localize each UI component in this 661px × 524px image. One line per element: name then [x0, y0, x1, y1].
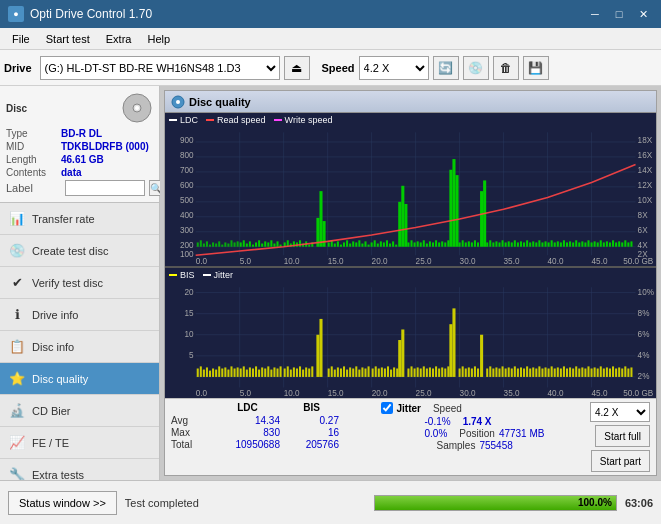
erase-button[interactable]: 🗑: [493, 56, 519, 80]
avg-jitter: -0.1%: [425, 416, 451, 427]
svg-rect-294: [435, 366, 437, 377]
minimize-button[interactable]: ─: [585, 6, 605, 22]
drive-select[interactable]: (G:) HL-DT-ST BD-RE WH16NS48 1.D3: [40, 56, 280, 80]
svg-rect-269: [349, 367, 351, 376]
save-button[interactable]: 💾: [523, 56, 549, 80]
svg-rect-59: [252, 245, 254, 247]
svg-rect-267: [343, 366, 345, 377]
svg-rect-323: [538, 366, 540, 377]
svg-rect-240: [246, 370, 248, 377]
svg-rect-288: [417, 367, 419, 376]
svg-rect-228: [230, 366, 232, 377]
refresh-button[interactable]: 🔄: [433, 56, 459, 80]
svg-text:40.0: 40.0: [548, 388, 564, 398]
drive-label: Drive: [4, 62, 32, 74]
svg-rect-170: [597, 242, 599, 246]
svg-rect-351: [624, 366, 626, 377]
sidebar-item-verify-test-disc[interactable]: ✔ Verify test disc: [0, 267, 159, 299]
svg-rect-139: [502, 240, 504, 246]
sidebar-nav: 📊 Transfer rate 💿 Create test disc ✔ Ver…: [0, 203, 159, 480]
svg-text:15.0: 15.0: [328, 256, 344, 266]
svg-rect-270: [352, 368, 354, 376]
svg-rect-338: [584, 368, 586, 376]
svg-rect-177: [618, 241, 620, 246]
svg-rect-324: [541, 368, 543, 376]
speed-select-toolbar[interactable]: 4.2 X: [359, 56, 429, 80]
svg-text:800: 800: [180, 150, 194, 160]
svg-text:2%: 2%: [638, 371, 650, 381]
fe-te-icon: 📈: [8, 434, 26, 452]
svg-rect-239: [243, 366, 245, 377]
svg-rect-336: [578, 368, 580, 376]
svg-rect-235: [449, 324, 452, 377]
svg-rect-237: [480, 335, 483, 377]
close-button[interactable]: ✕: [633, 6, 653, 22]
svg-rect-257: [299, 366, 301, 377]
svg-point-2: [135, 106, 139, 110]
avg-label: Avg: [171, 415, 211, 426]
status-window-button[interactable]: Status window >>: [8, 491, 117, 515]
sidebar-item-cd-bier[interactable]: 🔬 CD Bier: [0, 395, 159, 427]
type-value: BD-R DL: [61, 128, 102, 139]
start-full-button[interactable]: Start full: [595, 425, 650, 447]
stats-table: LDC BIS Avg 14.34 0.27 Max 830 16 Tota: [171, 402, 377, 450]
svg-rect-265: [337, 367, 339, 376]
legend-bis: BIS: [169, 270, 195, 280]
svg-rect-129: [465, 242, 467, 246]
svg-rect-325: [545, 367, 547, 376]
svg-rect-317: [520, 367, 522, 376]
svg-text:50.0 GB: 50.0 GB: [623, 388, 653, 398]
svg-text:5.0: 5.0: [240, 388, 252, 398]
menu-start-test[interactable]: Start test: [38, 31, 98, 47]
legend-bis-label: BIS: [180, 270, 195, 280]
type-label: Type: [6, 128, 61, 139]
samples-label: Samples: [437, 440, 476, 451]
sidebar-item-extra-tests[interactable]: 🔧 Extra tests: [0, 459, 159, 480]
svg-rect-337: [581, 367, 583, 376]
menu-file[interactable]: File: [4, 31, 38, 47]
svg-rect-316: [517, 368, 519, 376]
svg-rect-52: [230, 240, 232, 246]
svg-rect-56: [243, 240, 245, 246]
svg-text:25.0: 25.0: [416, 256, 432, 266]
svg-rect-282: [390, 370, 392, 377]
nav-label: Verify test disc: [32, 277, 103, 289]
jitter-checkbox[interactable]: [381, 402, 393, 414]
svg-rect-119: [426, 244, 428, 247]
eject-button[interactable]: ⏏: [284, 56, 310, 80]
stats-section: LDC BIS Avg 14.34 0.27 Max 830 16 Tota: [165, 398, 656, 475]
sidebar: Disc Type BD-R DL MID TDKBLDRFB (000) Le…: [0, 86, 160, 480]
svg-rect-159: [563, 240, 565, 246]
svg-rect-171: [600, 240, 602, 246]
maximize-button[interactable]: □: [609, 6, 629, 22]
svg-text:16X: 16X: [638, 150, 653, 160]
sidebar-item-disc-info[interactable]: 📋 Disc info: [0, 331, 159, 363]
start-part-button[interactable]: Start part: [591, 450, 650, 472]
svg-rect-66: [273, 244, 275, 247]
svg-text:45.0: 45.0: [592, 388, 608, 398]
svg-rect-100: [358, 240, 360, 246]
speed-select-dq[interactable]: 4.2 X: [590, 402, 650, 422]
svg-text:10.0: 10.0: [284, 388, 300, 398]
mid-label: MID: [6, 141, 61, 152]
menu-extra[interactable]: Extra: [98, 31, 140, 47]
svg-rect-63: [264, 241, 266, 246]
sidebar-item-transfer-rate[interactable]: 📊 Transfer rate: [0, 203, 159, 235]
sidebar-item-disc-quality[interactable]: ⭐ Disc quality: [0, 363, 159, 395]
svg-text:10: 10: [185, 329, 194, 339]
svg-rect-127: [459, 242, 461, 246]
label-input[interactable]: [65, 180, 145, 196]
sidebar-item-fe-te[interactable]: 📈 FE / TE: [0, 427, 159, 459]
svg-rect-263: [331, 366, 333, 377]
max-label: Max: [171, 427, 211, 438]
svg-rect-250: [276, 368, 278, 376]
sidebar-item-create-test-disc[interactable]: 💿 Create test disc: [0, 235, 159, 267]
svg-rect-279: [381, 367, 383, 376]
svg-text:8%: 8%: [638, 308, 650, 318]
svg-rect-319: [526, 366, 528, 377]
burn-button[interactable]: 💿: [463, 56, 489, 80]
menu-help[interactable]: Help: [139, 31, 178, 47]
svg-rect-88: [308, 245, 310, 247]
sidebar-item-drive-info[interactable]: ℹ Drive info: [0, 299, 159, 331]
speed-stat-label: Speed: [433, 403, 462, 414]
